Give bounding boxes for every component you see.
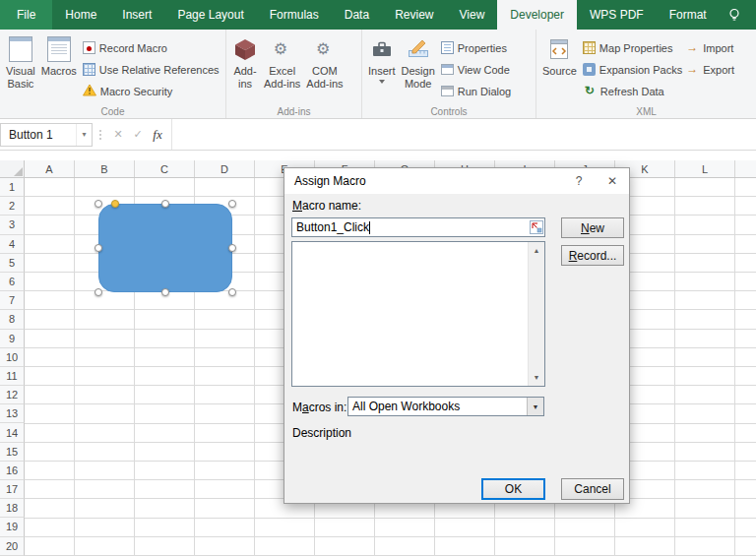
row-header-4[interactable]: 4 (0, 235, 25, 254)
properties-icon (441, 41, 454, 54)
visual-basic-button[interactable]: Visual Basic (3, 31, 38, 104)
tell-me-bulb-icon[interactable] (726, 0, 756, 30)
row-header-1[interactable]: 1 (0, 178, 25, 197)
cancel-button[interactable]: Cancel (561, 478, 624, 500)
macros-button[interactable]: Macros (38, 31, 80, 104)
tab-view[interactable]: View (447, 0, 498, 30)
row-header-13[interactable]: 13 (0, 404, 25, 423)
tab-page-layout[interactable]: Page Layout (164, 0, 256, 30)
formula-bar-separator (95, 130, 105, 140)
row-header-12[interactable]: 12 (0, 386, 25, 404)
row-header-7[interactable]: 7 (0, 291, 25, 310)
macro-list[interactable]: ▲ ▼ (291, 241, 545, 387)
macros-in-select[interactable]: All Open Workbooks ▼ (347, 397, 544, 416)
macro-name-input[interactable]: Button1_Click (291, 217, 545, 237)
export-button[interactable]: → Export (685, 62, 734, 77)
tab-formulas[interactable]: Formulas (257, 0, 332, 30)
dialog-close-button[interactable]: ✕ (596, 168, 629, 194)
export-icon: → (685, 63, 699, 76)
ok-button[interactable]: OK (481, 478, 545, 500)
tab-wps-pdf[interactable]: WPS PDF (577, 0, 657, 30)
select-all-corner[interactable] (0, 160, 25, 178)
row-header-16[interactable]: 16 (0, 462, 25, 480)
ribbon: Visual Basic Macros Record Macro Use Rel… (0, 30, 756, 119)
column-header-M[interactable]: M (735, 160, 756, 177)
design-mode-button[interactable]: Design Mode (399, 31, 438, 104)
insert-control-button[interactable]: Insert (365, 31, 399, 104)
row-header-20[interactable]: 20 (0, 537, 25, 556)
shape-handle-middle-right[interactable] (228, 244, 236, 252)
formula-cancel-icon[interactable]: ✕ (108, 128, 128, 141)
shape-handle-bottom-middle[interactable] (161, 288, 169, 296)
scroll-down-icon[interactable]: ▼ (529, 369, 544, 386)
com-addins-button[interactable]: ⚙ COM Add-ins (303, 31, 346, 104)
import-button[interactable]: → Import (685, 40, 734, 55)
tab-home[interactable]: Home (52, 0, 109, 30)
name-box[interactable]: Button 1 ▾ (0, 123, 93, 147)
formula-enter-icon[interactable]: ✓ (128, 128, 148, 141)
ribbon-tab-bar: FileHomeInsertPage LayoutFormulasDataRev… (0, 0, 756, 30)
macro-security-button[interactable]: Macro Security (83, 84, 220, 98)
row-header-14[interactable]: 14 (0, 423, 25, 442)
tab-file[interactable]: File (0, 0, 52, 30)
addins-button[interactable]: Add- ins (229, 31, 261, 104)
column-header-B[interactable]: B (75, 160, 135, 177)
ribbon-tabbar: FileHomeInsertPage LayoutFormulasDataRev… (0, 0, 720, 30)
record-button[interactable]: Record... (561, 245, 624, 266)
row-header-15[interactable]: 15 (0, 443, 25, 462)
view-code-button[interactable]: View Code (441, 62, 511, 77)
shape-adjust-handle[interactable] (111, 200, 119, 208)
shape-handle-top-middle[interactable] (161, 200, 169, 208)
row-header-3[interactable]: 3 (0, 216, 25, 234)
properties-button[interactable]: Properties (441, 40, 511, 55)
visual-basic-icon (9, 36, 32, 62)
row-header-17[interactable]: 17 (0, 480, 25, 499)
column-header-A[interactable]: A (25, 160, 75, 177)
shape-handle-bottom-right[interactable] (228, 288, 236, 296)
row-header-18[interactable]: 18 (0, 499, 25, 518)
run-dialog-button[interactable]: Run Dialog (441, 84, 511, 98)
ribbon-group-xml: Source Map Properties Expansion Packs ↻ … (536, 30, 756, 118)
source-button[interactable]: Source (539, 31, 580, 104)
tab-format[interactable]: Format (657, 0, 720, 30)
dialog-title-bar[interactable]: Assign Macro ? ✕ (284, 168, 629, 194)
warning-triangle-icon (83, 84, 96, 98)
excel-addins-button[interactable]: ⚙ Excel Add-ins (261, 31, 303, 104)
name-box-dropdown-icon[interactable]: ▾ (76, 124, 92, 146)
use-relative-references-button[interactable]: Use Relative References (83, 62, 220, 77)
row-header-8[interactable]: 8 (0, 310, 25, 329)
row-header-10[interactable]: 10 (0, 348, 25, 367)
tab-data[interactable]: Data (332, 0, 382, 30)
macro-list-scrollbar[interactable]: ▲ ▼ (528, 242, 544, 386)
insert-function-icon[interactable]: fx (148, 127, 167, 143)
grid-line-vertical (254, 178, 255, 556)
button-shape[interactable] (98, 204, 232, 292)
column-header-C[interactable]: C (135, 160, 195, 177)
record-macro-button[interactable]: Record Macro (83, 40, 220, 55)
column-header-D[interactable]: D (195, 160, 255, 177)
tab-review[interactable]: Review (382, 0, 446, 30)
expansion-packs-button[interactable]: Expansion Packs (583, 62, 682, 77)
refresh-data-button[interactable]: ↻ Refresh Data (583, 84, 682, 98)
row-header-19[interactable]: 19 (0, 518, 25, 536)
scroll-up-icon[interactable]: ▲ (529, 242, 544, 259)
combo-dropdown-icon[interactable]: ▼ (527, 398, 543, 415)
row-header-2[interactable]: 2 (0, 197, 25, 216)
tab-developer[interactable]: Developer (497, 0, 577, 30)
row-header-5[interactable]: 5 (0, 254, 25, 273)
row-header-9[interactable]: 9 (0, 330, 25, 348)
shape-handle-bottom-left[interactable] (94, 288, 102, 296)
row-header-11[interactable]: 11 (0, 367, 25, 386)
formula-input[interactable] (171, 119, 756, 150)
map-properties-button[interactable]: Map Properties (583, 40, 682, 55)
tab-insert[interactable]: Insert (109, 0, 164, 30)
row-header-6[interactable]: 6 (0, 273, 25, 291)
dialog-help-button[interactable]: ? (562, 168, 596, 194)
new-button[interactable]: New (561, 217, 624, 238)
shape-handle-top-right[interactable] (228, 200, 236, 208)
collapse-dialog-icon[interactable] (530, 220, 543, 234)
shape-handle-top-left[interactable] (94, 200, 102, 208)
controls-small-buttons: Properties View Code Run Dialog (441, 31, 511, 98)
shape-handle-middle-left[interactable] (94, 244, 102, 252)
column-header-L[interactable]: L (675, 160, 735, 177)
